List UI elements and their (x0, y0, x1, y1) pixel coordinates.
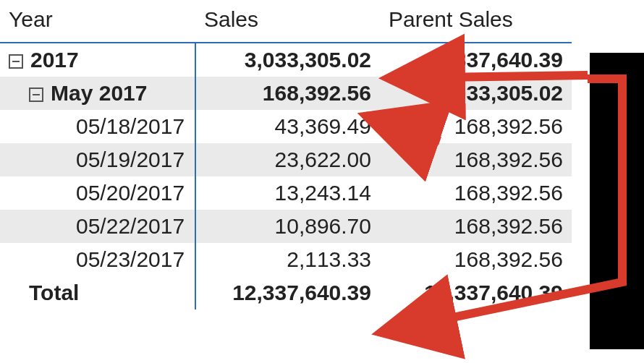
table-row[interactable]: 20173,033,305.0212,337,640.39 (0, 43, 572, 77)
row-label: 05/23/2017 (76, 247, 185, 271)
table-row[interactable]: 05/22/201710,896.70168,392.56 (0, 210, 572, 243)
row-label: 2017 (30, 48, 79, 72)
row-header[interactable]: 05/20/2017 (0, 176, 195, 210)
row-label: Total (29, 281, 79, 304)
table-row[interactable]: 05/20/201713,243.14168,392.56 (0, 176, 572, 210)
cell-parent-sales: 168,392.56 (380, 110, 572, 143)
table-row[interactable]: 05/19/201723,622.00168,392.56 (0, 143, 572, 176)
col-header-parent-sales[interactable]: Parent Sales (380, 0, 572, 43)
table-row[interactable]: 05/23/20172,113.33168,392.56 (0, 243, 572, 276)
cell-parent-sales: 168,392.56 (380, 243, 572, 276)
cell-parent-sales: 12,337,640.39 (380, 43, 572, 77)
row-header[interactable]: 05/19/2017 (0, 143, 195, 176)
cell-parent-sales: 168,392.56 (380, 143, 572, 176)
matrix-visual: Year Sales Parent Sales 20173,033,305.02… (0, 0, 572, 309)
row-label: 05/18/2017 (76, 114, 185, 138)
collapse-icon[interactable] (29, 87, 43, 102)
collapse-icon[interactable] (9, 54, 23, 69)
row-header[interactable]: 05/18/2017 (0, 110, 195, 143)
row-header[interactable]: Total (0, 276, 195, 309)
row-label: May 2017 (51, 81, 147, 105)
col-header-year[interactable]: Year (0, 0, 195, 43)
crop-edge (590, 53, 644, 349)
cell-sales: 3,033,305.02 (195, 43, 380, 77)
cell-parent-sales: 12,337,640.39 (380, 276, 572, 309)
cell-sales: 43,369.49 (195, 110, 380, 143)
header-row: Year Sales Parent Sales (0, 0, 572, 43)
table-row[interactable]: Total12,337,640.3912,337,640.39 (0, 276, 572, 309)
row-header[interactable]: 05/23/2017 (0, 243, 195, 276)
table-row[interactable]: 05/18/201743,369.49168,392.56 (0, 110, 572, 143)
cell-parent-sales: 168,392.56 (380, 176, 572, 210)
row-label: 05/19/2017 (76, 148, 185, 171)
table-row[interactable]: May 2017168,392.563,033,305.02 (0, 77, 572, 110)
cell-sales: 23,622.00 (195, 143, 380, 176)
row-header[interactable]: 05/22/2017 (0, 210, 195, 243)
matrix-table: Year Sales Parent Sales 20173,033,305.02… (0, 0, 572, 309)
cell-sales: 12,337,640.39 (195, 276, 380, 309)
cell-sales: 13,243.14 (195, 176, 380, 210)
cell-sales: 168,392.56 (195, 77, 380, 110)
col-header-sales[interactable]: Sales (195, 0, 380, 43)
cell-sales: 10,896.70 (195, 210, 380, 243)
row-label: 05/22/2017 (76, 214, 185, 238)
row-header[interactable]: May 2017 (0, 77, 195, 110)
row-header[interactable]: 2017 (0, 43, 195, 77)
cell-parent-sales: 3,033,305.02 (380, 77, 572, 110)
row-label: 05/20/2017 (76, 181, 185, 205)
cell-sales: 2,113.33 (195, 243, 380, 276)
cell-parent-sales: 168,392.56 (380, 210, 572, 243)
